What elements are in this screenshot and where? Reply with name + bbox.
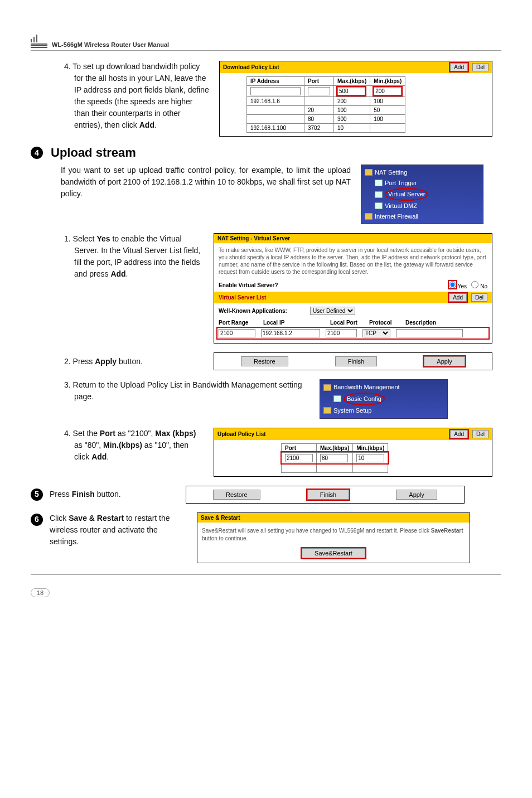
actions-bar-2: Restore Finish Apply — [186, 486, 465, 504]
finish-button[interactable]: Finish — [335, 356, 377, 366]
add-button[interactable]: Add — [449, 293, 467, 302]
port-input[interactable] — [308, 87, 330, 95]
upload-policy-panel: Upload Policy List Add Del Port Max.(kbp… — [214, 428, 492, 477]
nav-tree-bandwidth: Bandwidth Management Basic Config System… — [320, 379, 448, 418]
add-button[interactable]: Add — [450, 63, 468, 71]
step-5: 5 Press Finish button. — [31, 489, 176, 501]
well-known-select[interactable]: User Defined — [310, 307, 355, 315]
local-ip-input[interactable] — [261, 329, 320, 337]
radio-no[interactable]: No — [471, 283, 487, 289]
panel-title: Download Policy List — [223, 64, 279, 70]
table-input-row — [247, 86, 405, 97]
step-upload-2: 2. Press Apply button. — [64, 356, 204, 367]
restore-button[interactable]: Restore — [241, 356, 288, 366]
panel-title: NAT Setting - Virtual Server — [217, 235, 290, 241]
vs-list-title: Virtual Server List — [219, 294, 266, 301]
page-number: 18 — [31, 588, 50, 597]
table-row: 192.168.1.6200100 — [247, 97, 405, 106]
nav-item-basic-config[interactable]: Basic Config — [323, 393, 444, 405]
step-upload-4: 4. Set the Port as "2100", Max (kbps) as… — [64, 428, 204, 463]
upload-policy-table: Port Max.(kbps) Min.(kbps) — [281, 443, 388, 473]
download-policy-table: IP Address Port Max.(kbps) Min.(kbps) 19… — [246, 76, 405, 133]
nav-item-internet-firewall[interactable]: Internet Firewall — [365, 211, 480, 222]
step-badge-6: 6 — [31, 514, 43, 526]
nat-virtual-server-panel: NAT Setting - Virtual Server To make ser… — [214, 233, 492, 344]
restore-button[interactable]: Restore — [213, 490, 260, 500]
download-policy-panel: Download Policy List Add Del IP Address … — [219, 61, 492, 137]
panel-title: Save & Restart — [197, 513, 470, 523]
nav-tree-nat: NAT Setting Port Trigger Virtual Server … — [361, 165, 483, 224]
step-badge-5: 5 — [31, 489, 43, 501]
nav-item-virtual-dmz[interactable]: Virtual DMZ — [365, 201, 480, 211]
ip-input[interactable] — [250, 87, 301, 95]
well-known-label: Well-Known Applications: — [219, 308, 308, 314]
footer-divider — [31, 574, 501, 575]
protocol-select[interactable]: TCP — [362, 329, 390, 337]
max-input[interactable] — [337, 87, 365, 95]
actions-bar: Restore Finish Apply — [214, 352, 492, 370]
table-row: 192.168.1.100370210 — [247, 124, 405, 133]
page-icon — [375, 191, 383, 198]
apply-button[interactable]: Apply — [396, 490, 437, 500]
add-button[interactable]: Add — [450, 430, 468, 438]
step-6: 6 Click Save & Restart to restart the wi… — [31, 512, 187, 548]
del-button[interactable]: Del — [471, 293, 487, 302]
nat-intro-text: To make services, like WWW, FTP, provide… — [214, 243, 492, 279]
del-button[interactable]: Del — [472, 430, 489, 438]
apply-button[interactable]: Apply — [424, 356, 465, 366]
page-icon — [375, 180, 383, 186]
nav-item-virtual-server[interactable]: Virtual Server — [365, 188, 480, 201]
min-input[interactable] — [356, 454, 384, 462]
nav-item-port-trigger[interactable]: Port Trigger — [365, 178, 480, 188]
page-icon — [375, 202, 383, 209]
folder-icon — [323, 384, 331, 391]
port-input[interactable] — [285, 454, 313, 462]
manual-title: WL-566gM Wireless Router User Manual — [52, 41, 169, 48]
radio-yes[interactable]: Yes — [449, 283, 467, 289]
table-input-row — [282, 452, 388, 463]
step-download-4: 4. To set up download bandwidth policy f… — [64, 61, 209, 131]
table-row: 80300100 — [247, 115, 405, 124]
description-input[interactable] — [396, 329, 463, 337]
finish-button[interactable]: Finish — [307, 490, 349, 500]
step-upload-3: 3. Return to the Upload Policy List in B… — [64, 379, 309, 403]
enable-vs-label: Enable Virtual Server? — [219, 282, 278, 288]
del-button[interactable]: Del — [472, 63, 489, 71]
max-input[interactable] — [320, 454, 348, 462]
folder-icon — [365, 213, 373, 220]
manual-header: WL-566gM Wireless Router User Manual — [31, 33, 501, 51]
step-badge-4: 4 — [31, 147, 43, 159]
upload-intro-text: If you want to set up upload traffic con… — [61, 165, 351, 200]
folder-icon — [323, 407, 331, 414]
nav-item-system-setup[interactable]: System Setup — [323, 405, 444, 416]
local-port-input[interactable] — [326, 329, 357, 337]
folder-icon — [365, 169, 373, 176]
save-restart-button[interactable]: Save&Restart — [302, 548, 365, 558]
min-input[interactable] — [374, 87, 402, 95]
table-row: 2010050 — [247, 106, 405, 115]
port-range-input[interactable] — [219, 329, 255, 337]
save-restart-panel: Save & Restart Save&Restart will save al… — [197, 512, 470, 563]
nav-item-nat-setting[interactable]: NAT Setting — [365, 167, 480, 178]
nav-item-bandwidth-mgmt[interactable]: Bandwidth Management — [323, 382, 444, 393]
section-upload-stream: 4 Upload stream — [31, 146, 501, 160]
step-upload-1: 1. Select Yes to enable the Virtual Serv… — [64, 233, 204, 280]
antenna-icon — [31, 33, 47, 48]
panel-title: Upload Policy List — [217, 431, 266, 437]
page-icon — [333, 395, 341, 402]
